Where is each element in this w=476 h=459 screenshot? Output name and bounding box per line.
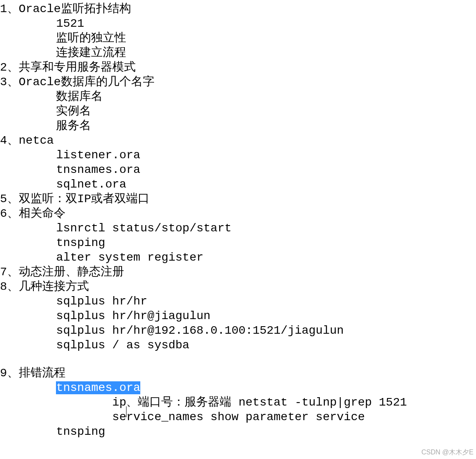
indent-prefix: [0, 381, 56, 394]
outline-item-1: 1、Oracle监听拓扑结构: [0, 2, 476, 16]
outline-item-3: 3、Oracle数据库的几个名字: [0, 75, 476, 89]
blank-line: [0, 352, 476, 366]
outline-sub-connection-flow: 连接建立流程: [0, 46, 476, 60]
outline-sub-lsnrctl: lsnrctl status/stop/start: [0, 221, 476, 236]
outline-sub-sqlnet-ora: sqlnet.ora: [0, 177, 476, 192]
outline-sub-listener-independence: 监听的独立性: [0, 31, 476, 46]
outline-item-5: 5、双监听：双IP或者双端口: [0, 192, 476, 206]
outline-sub-tnsping-2: tnsping: [0, 424, 476, 439]
outline-sub-ip-port: ip、端口号：服务器端 netstat -tulnp|grep 1521: [0, 395, 476, 410]
outline-item-4: 4、netca: [0, 133, 476, 148]
outline-sub-listener-ora: listener.ora: [0, 148, 476, 162]
outline-sub-tnsnames-highlight-line: tnsnames.ora: [0, 380, 476, 395]
outline-item-8: 8、几种连接方式: [0, 279, 476, 294]
outline-item-9: 9、排错流程: [0, 366, 476, 380]
outline-sub-sqlplus-4: sqlplus / as sysdba: [0, 338, 476, 352]
ip-rest: 、端口号：服务器端 netstat -tulnp|grep 1521: [126, 396, 407, 409]
outline-item-2: 2、共享和专用服务器模式: [0, 60, 476, 75]
outline-sub-tnsping: tnsping: [0, 236, 476, 250]
outline-sub-db-name: 数据库名: [0, 89, 476, 104]
outline-sub-service-names: service_names show parameter service: [0, 410, 476, 424]
watermark-text: CSDN @木木夕E: [421, 448, 473, 456]
outline-sub-sqlplus-3: sqlplus hr/hr@192.168.0.100:1521/jiagulu…: [0, 323, 476, 338]
selected-text[interactable]: tnsnames.ora: [56, 381, 140, 394]
outline-sub-1521: 1521: [0, 16, 476, 31]
outline-sub-alter-system: alter system register: [0, 250, 476, 265]
outline-sub-tnsnames-ora: tnsnames.ora: [0, 162, 476, 177]
outline-item-7: 7、动态注册、静态注册: [0, 265, 476, 279]
outline-sub-sqlplus-1: sqlplus hr/hr: [0, 294, 476, 309]
outline-item-6: 6、相关命令: [0, 206, 476, 221]
ip-prefix: ip: [0, 396, 126, 409]
outline-sub-sqlplus-2: sqlplus hr/hr@jiagulun: [0, 309, 476, 323]
outline-sub-instance-name: 实例名: [0, 104, 476, 119]
outline-sub-service-name: 服务名: [0, 119, 476, 133]
